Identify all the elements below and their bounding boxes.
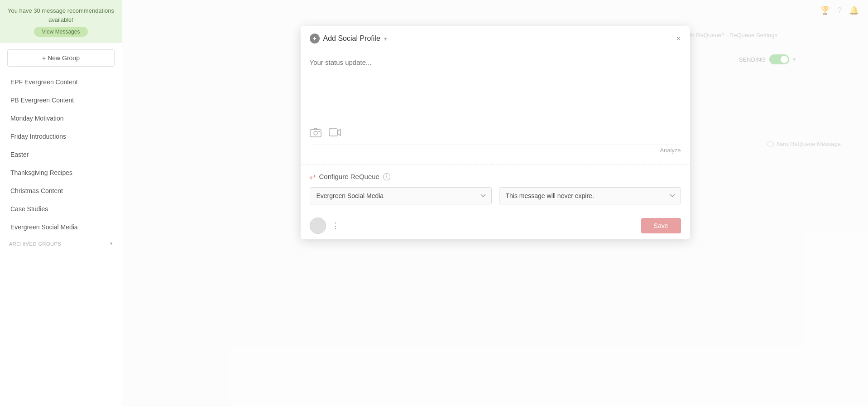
new-group-button[interactable]: + New Group [7, 49, 115, 67]
configure-section: ⇄ Configure ReQueue i Evergreen Social M… [301, 165, 690, 212]
sidebar: You have 30 message recommendations avai… [0, 0, 122, 407]
archived-section-label: ARCHIVED GROUPS ▾ [0, 236, 122, 248]
configure-title: Configure ReQueue [319, 173, 379, 180]
configure-selects: Evergreen Social Media EPF Evergreen Con… [310, 187, 681, 204]
sidebar-item-easter[interactable]: Easter [0, 145, 122, 164]
add-social-profile-button[interactable]: + Add Social Profile ▾ [310, 34, 387, 44]
avatar [310, 218, 326, 234]
expiry-select[interactable]: This message will never expire. Expire a… [499, 187, 681, 204]
archived-chevron-icon[interactable]: ▾ [110, 241, 113, 247]
analyze-link[interactable]: Analyze [660, 147, 681, 154]
media-toolbar [310, 124, 681, 141]
svg-point-1 [314, 131, 317, 135]
sidebar-item-pb[interactable]: PB Evergreen Content [0, 91, 122, 109]
sidebar-item-thanksgiving[interactable]: Thanksgiving Recipes [0, 164, 122, 182]
sidebar-item-epf[interactable]: EPF Evergreen Content [0, 73, 122, 91]
footer-left: ⋮ [310, 218, 340, 234]
sidebar-item-friday[interactable]: Friday Introductions [0, 127, 122, 145]
more-options-button[interactable]: ⋮ [331, 221, 340, 231]
compose-modal: + Add Social Profile ▾ × [301, 26, 690, 239]
save-button[interactable]: Save [641, 218, 681, 233]
modal-title: Add Social Profile [323, 34, 380, 43]
svg-rect-4 [329, 129, 337, 136]
svg-rect-2 [318, 131, 320, 132]
sidebar-item-evergreen-social[interactable]: Evergreen Social Media [0, 218, 122, 236]
add-circle-icon: + [310, 34, 320, 44]
configure-header: ⇄ Configure ReQueue i [310, 172, 681, 181]
add-photo-button[interactable] [310, 127, 321, 137]
add-video-button[interactable] [329, 127, 341, 137]
sidebar-banner: You have 30 message recommendations avai… [0, 0, 122, 43]
main-content: 🏆 ? 🔔 Need help with ReQueue? | ReQueue … [122, 0, 868, 407]
sidebar-nav: EPF Evergreen Content PB Evergreen Conte… [0, 73, 122, 236]
sidebar-item-case-studies[interactable]: Case Studies [0, 200, 122, 218]
requeue-shuffle-icon: ⇄ [310, 172, 316, 181]
modal-body: Analyze [301, 51, 690, 165]
modal-footer: ⋮ Save [301, 212, 690, 239]
configure-info-icon[interactable]: i [383, 173, 390, 180]
svg-rect-0 [310, 130, 321, 137]
modal-close-button[interactable]: × [676, 34, 681, 43]
modal-header: + Add Social Profile ▾ × [301, 26, 690, 51]
sidebar-item-monday[interactable]: Monday Motivation [0, 109, 122, 127]
status-update-input[interactable] [310, 58, 681, 122]
group-select[interactable]: Evergreen Social Media EPF Evergreen Con… [310, 187, 492, 204]
sidebar-item-christmas[interactable]: Christmas Content [0, 182, 122, 200]
banner-text: You have 30 message recommendations avai… [7, 6, 115, 24]
view-messages-button[interactable]: View Messages [34, 27, 88, 37]
analyze-row: Analyze [310, 145, 681, 157]
modal-title-chevron-icon: ▾ [384, 35, 387, 42]
